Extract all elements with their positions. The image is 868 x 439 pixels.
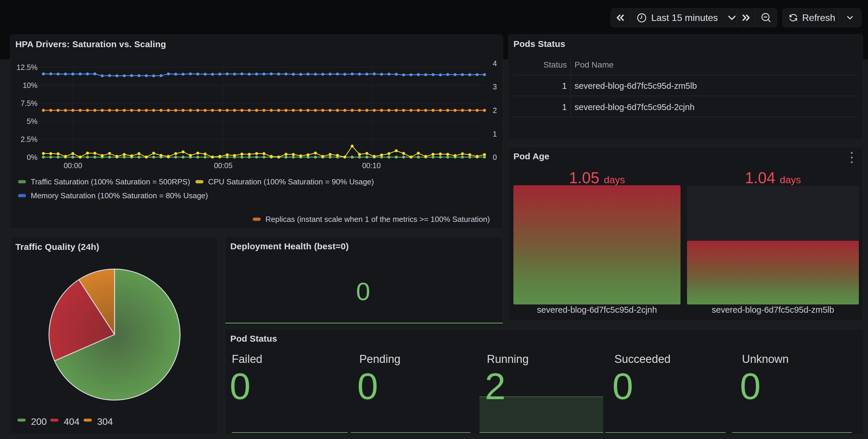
svg-text:404: 404 [64,416,80,427]
svg-text:severed-blog-6d7fc5c95d-zm5lb: severed-blog-6d7fc5c95d-zm5lb [575,81,697,91]
svg-text:severed-blog-6d7fc5c95d-2cjnh: severed-blog-6d7fc5c95d-2cjnh [537,305,657,314]
svg-text:1: 1 [493,130,497,138]
svg-text:Memory Saturation (100% Satura: Memory Saturation (100% Saturation = 80%… [31,191,208,200]
svg-text:Running: Running [487,353,529,365]
svg-text:Succeeded: Succeeded [614,353,671,365]
svg-text:0: 0 [740,365,761,407]
svg-text:2.5%: 2.5% [21,135,37,143]
svg-text:Replicas (instant scale when 1: Replicas (instant scale when 1 of the me… [266,215,490,224]
svg-text:200: 200 [31,416,46,427]
svg-text:0: 0 [356,277,370,305]
svg-text:Pod Name: Pod Name [575,60,614,69]
svg-text:10%: 10% [23,81,37,90]
svg-text:CPU Saturation (100% Saturatio: CPU Saturation (100% Saturation = 90% Us… [208,177,374,186]
svg-text:0: 0 [357,365,378,407]
svg-text:1.05 days: 1.05 days [569,169,625,187]
svg-text:Pending: Pending [359,353,400,365]
svg-text:00:00: 00:00 [64,161,82,170]
svg-text:1: 1 [562,81,567,91]
svg-text:0: 0 [612,365,633,407]
svg-text:3: 3 [493,82,497,91]
svg-text:00:05: 00:05 [214,161,232,170]
svg-text:Traffic Saturation (100% Satur: Traffic Saturation (100% Saturation = 50… [31,177,190,186]
svg-text:2: 2 [493,106,497,114]
svg-text:Failed: Failed [232,353,262,365]
svg-text:0%: 0% [27,153,37,161]
svg-text:5%: 5% [27,117,37,125]
svg-text:Unknown: Unknown [742,353,788,365]
svg-text:304: 304 [97,416,113,427]
svg-text:1.04 days: 1.04 days [745,169,801,187]
svg-text:4: 4 [493,59,497,68]
svg-text:12.5%: 12.5% [17,63,37,71]
svg-text:7.5%: 7.5% [21,99,37,107]
svg-text:severed-blog-6d7fc5c95d-2cjnh: severed-blog-6d7fc5c95d-2cjnh [575,102,694,112]
svg-text:0: 0 [493,153,497,161]
svg-text:Status: Status [544,60,567,69]
svg-text:0: 0 [230,365,251,407]
svg-text:00:10: 00:10 [362,161,381,170]
svg-text:severed-blog-6d7fc5c95d-zm5lb: severed-blog-6d7fc5c95d-zm5lb [712,305,834,314]
svg-text:1: 1 [562,102,567,112]
